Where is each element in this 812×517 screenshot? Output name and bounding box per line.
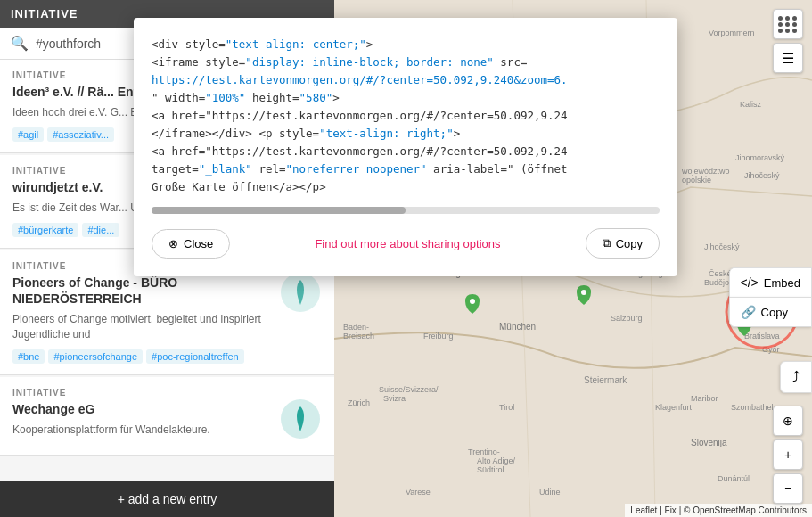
code-text: target= xyxy=(152,162,199,176)
tag[interactable]: #die... xyxy=(82,223,119,237)
svg-text:Svizra: Svizra xyxy=(383,394,406,403)
svg-text:Jihomoravský: Jihomoravský xyxy=(735,153,785,162)
code-string: https://test.kartevonmorgen.org/#/?cente… xyxy=(152,73,568,86)
copy-label: Copy xyxy=(616,237,643,250)
code-string: "text-align: center;" xyxy=(226,37,366,51)
code-string: "_blank" xyxy=(199,162,252,176)
tag[interactable]: #assoziativ... xyxy=(47,127,114,142)
entry-icon xyxy=(279,398,322,440)
modal-footer: ⊗ Close Find out more about sharing opti… xyxy=(152,228,660,258)
list-item[interactable]: INITIATIVE Wechange eG Kooperationsplatt… xyxy=(0,377,334,456)
zoom-in-button[interactable]: + xyxy=(773,439,803,470)
embed-button[interactable]: </> Embed xyxy=(729,267,812,297)
entry-title: Wechange eG xyxy=(12,401,322,417)
svg-text:województwo: województwo xyxy=(681,167,730,176)
add-entry-button[interactable]: + add a new entry xyxy=(0,481,334,517)
svg-point-46 xyxy=(470,299,475,304)
svg-text:Südtirol: Südtirol xyxy=(477,465,504,474)
svg-text:Trentino-: Trentino- xyxy=(468,447,500,456)
code-line-4: " width="100%" height="580"> xyxy=(152,89,660,107)
code-line-8: target="_blank" rel="noreferrer noopener… xyxy=(152,160,660,178)
svg-text:Salzburg: Salzburg xyxy=(611,314,643,323)
svg-text:Szombathely: Szombathely xyxy=(731,403,778,412)
tag[interactable]: #bürgerkarte xyxy=(12,223,78,237)
copy-label: Copy xyxy=(761,306,788,319)
tag[interactable]: #pioneersofchange xyxy=(48,349,143,364)
code-text: aria-label=" (öffnet xyxy=(427,162,568,176)
embed-label: Embed xyxy=(764,276,800,290)
svg-text:Alto Adige/: Alto Adige/ xyxy=(477,456,516,465)
code-text: > xyxy=(366,37,373,51)
svg-text:Steiermark: Steiermark xyxy=(584,375,627,385)
entry-description: Kooperationsplattform für Wandelakteure. xyxy=(12,423,322,438)
hamburger-menu-button[interactable]: ☰ xyxy=(773,43,803,73)
tag[interactable]: #poc-regionaltreffen xyxy=(146,349,244,364)
map-controls: ☰ xyxy=(773,9,803,73)
code-text: Große Karte öffnen</a></p> xyxy=(152,180,326,193)
copy-icon: ⧉ xyxy=(603,236,611,250)
modal-scrollbar-thumb xyxy=(152,207,406,214)
sidebar-title: INITIATIVE xyxy=(11,7,78,21)
code-text: </iframe></div> <p style= xyxy=(152,127,319,140)
share-side-buttons: </> Embed 🔗 Copy xyxy=(729,267,812,327)
svg-text:Baden-: Baden- xyxy=(343,323,369,332)
modal-code-block: <div style="text-align: center;"> <ifram… xyxy=(152,36,660,196)
code-string: "580" xyxy=(299,91,333,104)
svg-text:Zürich: Zürich xyxy=(348,398,370,407)
tag[interactable]: #bne xyxy=(12,349,45,364)
svg-text:Suisse/Svizzera/: Suisse/Svizzera/ xyxy=(379,385,439,394)
dots-menu-button[interactable] xyxy=(773,9,803,39)
code-icon: </> xyxy=(741,275,759,290)
svg-text:Kalisz: Kalisz xyxy=(740,100,762,109)
code-text: height= xyxy=(245,91,299,104)
gps-button[interactable]: ⊕ xyxy=(773,406,803,436)
code-text: src= xyxy=(494,55,528,69)
code-string: "noreferrer noopener" xyxy=(286,162,427,176)
entry-description: Pioneers of Change motiviert, begleitet … xyxy=(12,312,322,342)
zoom-out-button[interactable]: − xyxy=(773,473,803,504)
svg-text:opolskie: opolskie xyxy=(682,176,711,185)
svg-text:Slovenija: Slovenija xyxy=(691,438,727,447)
code-string: "display: inline-block; border: none" xyxy=(245,55,493,69)
svg-text:Varese: Varese xyxy=(406,488,431,496)
entry-icon xyxy=(279,271,322,314)
svg-text:München: München xyxy=(499,322,536,332)
code-text: > xyxy=(454,127,461,140)
svg-text:Bratislava: Bratislava xyxy=(744,332,780,341)
svg-text:Dunántúl: Dunántúl xyxy=(718,474,750,483)
share-icon-button[interactable]: ⤴ xyxy=(780,361,812,393)
copy-link-button[interactable]: 🔗 Copy xyxy=(729,297,812,327)
tag[interactable]: #agil xyxy=(12,127,44,142)
entry-category: INITIATIVE xyxy=(12,388,322,398)
svg-text:Jihočeský: Jihočeský xyxy=(704,242,740,251)
close-button[interactable]: ⊗ Close xyxy=(152,229,230,258)
copy-button[interactable]: ⧉ Copy xyxy=(586,228,660,258)
entry-tags: #bne #pioneersofchange #poc-regionaltref… xyxy=(12,349,322,364)
attribution-text: Leaflet | Fix | © OpenStreetMap Contribu… xyxy=(630,505,807,515)
embed-modal: <div style="text-align: center;"> <ifram… xyxy=(134,18,677,276)
code-text: " width= xyxy=(152,91,205,104)
code-text: rel= xyxy=(252,162,286,176)
svg-text:Klagenfurt: Klagenfurt xyxy=(655,403,693,412)
dots-icon xyxy=(778,16,798,33)
svg-text:Freiburg: Freiburg xyxy=(423,332,454,341)
code-line-5: <a href="https://test.kartevonmorgen.org… xyxy=(152,107,660,125)
code-line-2: <iframe style="display: inline-block; bo… xyxy=(152,53,660,71)
code-string: "100%" xyxy=(205,91,245,104)
code-text: <a href="https://test.kartevonmorgen.org… xyxy=(152,144,568,158)
entry-title: Pioneers of Change - BÜRO NIEDERÖSTERREI… xyxy=(12,275,322,307)
plus-icon: + xyxy=(784,447,791,462)
code-text: <div style= xyxy=(152,37,226,51)
svg-text:Tirol: Tirol xyxy=(499,403,514,412)
svg-text:Maribor: Maribor xyxy=(691,394,718,403)
svg-text:Udine: Udine xyxy=(539,488,561,496)
code-line-6: </iframe></div> <p style="text-align: ri… xyxy=(152,125,660,143)
find-sharing-link[interactable]: Find out more about sharing options xyxy=(315,237,500,250)
gps-icon: ⊕ xyxy=(783,414,793,428)
code-text: > xyxy=(332,91,340,104)
modal-scrollbar[interactable] xyxy=(152,207,660,214)
close-icon: ⊗ xyxy=(168,237,178,250)
code-line-3: https://test.kartevonmorgen.org/#/?cente… xyxy=(152,71,660,89)
map-attribution: Leaflet | Fix | © OpenStreetMap Contribu… xyxy=(625,504,812,517)
svg-text:Vorpommern: Vorpommern xyxy=(709,29,755,37)
